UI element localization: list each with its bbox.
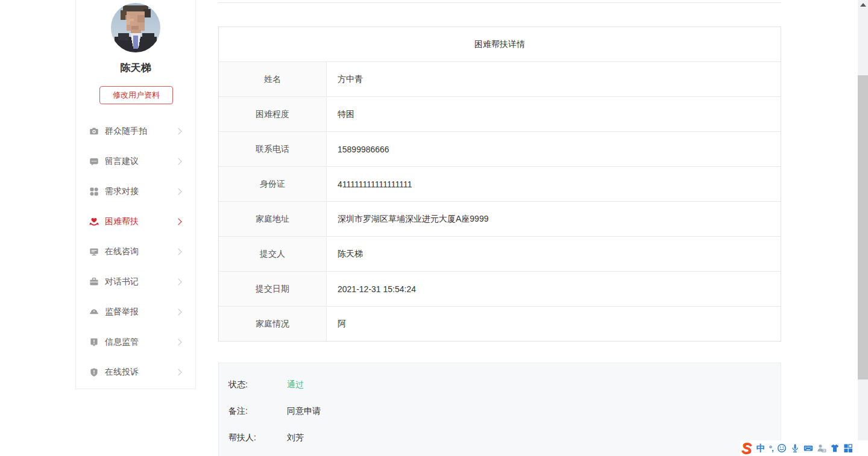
vertical-scrollbar[interactable] — [858, 0, 868, 456]
row-value: 阿 — [327, 307, 781, 341]
sidebar-item-shuji[interactable]: 对话书记 — [76, 267, 195, 297]
chevron-right-icon — [175, 369, 181, 375]
chinese-mode-icon[interactable]: 中 — [756, 443, 766, 454]
user-sidebar: 陈天梯 修改用户资料 群众随手拍 — [75, 0, 196, 389]
scrollbar-thumb[interactable] — [858, 75, 868, 379]
sidebar-item-label: 需求对接 — [105, 186, 176, 197]
skin-shirt-icon[interactable] — [830, 443, 840, 453]
svg-text:18: 18 — [822, 449, 826, 452]
remark-value: 同意申请 — [287, 406, 321, 417]
chevron-right-icon — [175, 158, 181, 164]
row-label: 提交日期 — [219, 272, 327, 306]
police-cap-icon — [89, 307, 99, 317]
chevron-right-icon — [175, 188, 181, 195]
monitor-icon — [89, 247, 99, 257]
heart-hands-icon — [89, 217, 99, 226]
sidebar-item-xuqiu[interactable]: 需求对接 — [76, 176, 195, 207]
status-label: 状态: — [228, 379, 287, 390]
table-row: 困难程度 特困 — [219, 96, 781, 131]
sidebar-item-label: 在线投诉 — [105, 367, 176, 378]
chevron-right-icon — [175, 308, 181, 315]
avatar — [111, 3, 160, 52]
shield-alert-icon — [89, 367, 99, 377]
row-value: 2021-12-31 15:54:24 — [327, 272, 781, 306]
helper-value: 刘芳 — [287, 433, 304, 443]
row-value: 陈天梯 — [327, 237, 781, 271]
status-badge: 通过 — [287, 379, 304, 390]
scroll-up-arrow-icon[interactable] — [860, 3, 866, 7]
camera-icon — [89, 126, 99, 136]
info-board-icon — [89, 337, 99, 347]
chevron-right-icon — [175, 248, 181, 255]
sidebar-item-zixun[interactable]: 在线咨询 — [76, 237, 195, 267]
chevron-right-icon — [175, 278, 181, 285]
remark-label: 备注: — [228, 406, 287, 417]
sogou-ime-toolbar: S 中 °, 18 — [740, 440, 868, 456]
table-row: 联系电话 15899986666 — [219, 131, 781, 166]
grid-icon — [89, 187, 99, 196]
sidebar-item-label: 信息监管 — [105, 337, 176, 348]
avatar-pixelated-photo — [111, 3, 160, 52]
table-row: 姓名 方中青 — [219, 61, 781, 96]
app-screen: 陈天梯 修改用户资料 群众随手拍 — [0, 0, 868, 456]
row-label: 家庭情况 — [219, 307, 327, 341]
briefcase-icon — [89, 277, 99, 287]
table-row: 提交人 陈天梯 — [219, 236, 781, 271]
sidebar-item-label: 群众随手拍 — [105, 126, 176, 137]
sidebar-item-suishoupai[interactable]: 群众随手拍 — [76, 116, 195, 146]
row-value: 15899986666 — [327, 132, 781, 166]
chevron-right-icon — [175, 218, 181, 225]
sogou-logo-icon[interactable]: S — [741, 440, 752, 456]
sidebar-item-kunnanbangfu[interactable]: 困难帮扶 — [76, 207, 195, 237]
chevron-right-icon — [175, 339, 181, 345]
row-label: 家庭地址 — [219, 202, 327, 236]
sidebar-item-label: 留言建议 — [105, 156, 176, 167]
helper-label: 帮扶人: — [228, 433, 287, 443]
passport-account-icon[interactable]: 18 — [817, 443, 826, 453]
table-row: 家庭地址 深圳市罗湖区草埔深业进元大厦A座9999 — [219, 201, 781, 236]
row-label: 提交人 — [219, 237, 327, 271]
status-row: 状态: 通过 — [228, 372, 771, 398]
detail-table-title: 困难帮扶详情 — [219, 27, 781, 61]
row-value: 特困 — [327, 97, 781, 131]
row-value: 411111111111111111 — [327, 167, 781, 201]
table-row: 身份证 411111111111111111 — [219, 166, 781, 201]
helper-row: 帮扶人: 刘芳 — [228, 425, 771, 451]
punctuation-mode-icon[interactable]: °, — [769, 444, 773, 453]
sidebar-item-label: 在线咨询 — [105, 246, 176, 257]
sidebar-item-xinxi[interactable]: 信息监管 — [76, 327, 195, 357]
sidebar-item-tousu[interactable]: 在线投诉 — [76, 357, 195, 387]
table-row: 提交日期 2021-12-31 15:54:24 — [219, 271, 781, 306]
sidebar-item-label: 对话书记 — [105, 276, 176, 287]
row-value: 方中青 — [327, 62, 781, 96]
table-row: 家庭情况 阿 — [219, 306, 781, 341]
user-name: 陈天梯 — [76, 61, 195, 75]
row-label: 身份证 — [219, 167, 327, 201]
emoji-icon[interactable] — [777, 443, 787, 453]
review-status-panel: 状态: 通过 备注: 同意申请 帮扶人: 刘芳 — [218, 363, 781, 456]
sidebar-item-label: 监督举报 — [105, 307, 176, 317]
toolbox-grid-icon[interactable] — [843, 443, 853, 453]
keyboard-icon[interactable] — [804, 443, 813, 453]
sidebar-item-liuyan[interactable]: 留言建议 — [76, 146, 195, 176]
chevron-right-icon — [175, 128, 181, 134]
row-label: 困难程度 — [219, 97, 327, 131]
edit-profile-button[interactable]: 修改用户资料 — [99, 86, 173, 104]
row-label: 姓名 — [219, 62, 327, 96]
microphone-icon[interactable] — [790, 443, 800, 453]
row-label: 联系电话 — [219, 132, 327, 166]
sidebar-item-jiandu[interactable]: 监督举报 — [76, 297, 195, 327]
sidebar-menu: 群众随手拍 留言建议 — [76, 116, 195, 387]
row-value: 深圳市罗湖区草埔深业进元大厦A座9999 — [327, 202, 781, 236]
assistance-detail-table: 困难帮扶详情 姓名 方中青 困难程度 特困 联系电话 15899986666 身… — [218, 27, 781, 342]
sidebar-item-label: 困难帮扶 — [105, 216, 176, 227]
content-top-divider — [218, 2, 781, 3]
message-icon — [89, 157, 99, 166]
remark-row: 备注: 同意申请 — [228, 398, 771, 425]
